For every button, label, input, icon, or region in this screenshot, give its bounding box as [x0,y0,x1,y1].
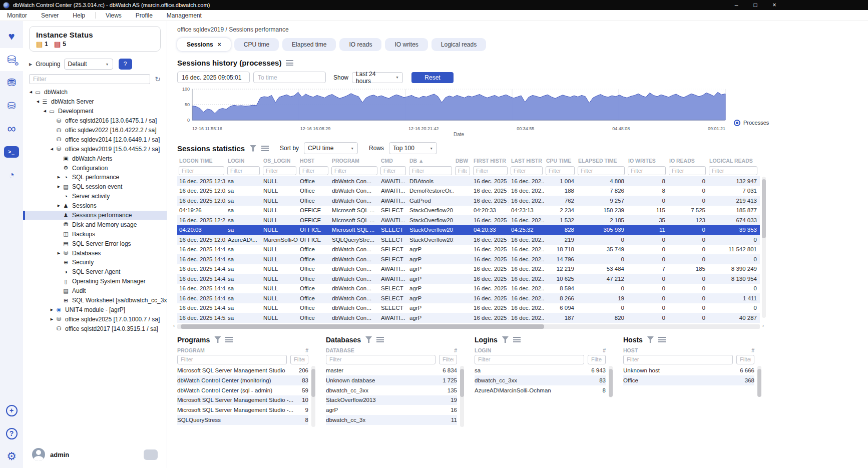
column-filter-input[interactable] [628,166,666,175]
panel-name-filter-input[interactable] [623,355,733,364]
tree-item-office-sqldev2025-17-0-1000-7-sa[interactable]: ▶⛁office sqldev2025 [17.0.1000.7 / sa] [23,314,167,324]
tree-item-office-sqldev2014-12-0-6449-1-sa[interactable]: ⛁office sqldev2014 [12.0.6449.1 / sa] [23,135,167,144]
panel-name-filter-input[interactable] [177,355,287,364]
column-header-elapsed-time[interactable]: ELAPSED TIME [576,157,626,165]
to-time-input[interactable] [253,72,326,83]
from-time-input[interactable] [177,72,250,83]
panel-name-filter-input[interactable] [475,355,584,364]
scroll-right-icon[interactable]: › [762,323,764,328]
panel-name-filter-input[interactable] [326,355,436,364]
tree-toggle-icon[interactable]: ◀ [28,90,34,94]
add-circle-icon[interactable]: + [0,399,23,422]
list-item[interactable]: dbwatch_cc_3xx135 [326,385,457,395]
panel-menu-icon[interactable] [513,337,521,342]
tab-elapsed-time[interactable]: Elapsed time [282,38,336,51]
panel-count-filter-input[interactable] [588,355,606,364]
tree-item-sessions[interactable]: ▶♟Sessions [23,201,167,211]
panel-count-filter-input[interactable] [439,355,457,364]
tree-item-audit[interactable]: ▤Audit [23,286,167,296]
menu-profile[interactable]: Profile [136,12,153,19]
list-item[interactable]: SQLQueryStress8 [177,415,308,425]
list-item[interactable]: master6 834 [326,366,457,376]
table-row[interactable]: 16 dec. 2025 14:5...saNULLOfficedbWatch … [177,313,760,323]
report-pie-icon[interactable]: ◔ [0,163,23,186]
tree-item-server-activity[interactable]: ◔Server activity [23,192,167,201]
refresh-icon[interactable]: ↻ [155,75,161,83]
column-filter-input[interactable] [409,166,452,175]
panel-count-filter-input[interactable] [290,355,308,364]
grouping-help-button[interactable]: ? [119,59,132,70]
tab-io-writes[interactable]: IO writes [385,38,427,51]
scroll-left-icon[interactable]: ‹ [173,323,175,328]
rows-select[interactable]: Top 100 ▼ [389,142,437,154]
statistics-menu-icon[interactable] [261,146,269,151]
tree-item-office-sqlstd2017-14-0-3515-1-sa[interactable]: ⛁office sqlstd2017 [14.0.3515.1 / sa] [23,324,167,333]
column-filter-input[interactable] [331,166,377,175]
column-header-first-histr[interactable]: FIRST HISTR [472,157,509,165]
column-header-db[interactable]: DB ▲ [407,157,454,165]
time-range-select[interactable]: Last 24 hours ▼ [352,72,403,83]
tree-item-office-sqldev2019-15-0-4455-2-sa[interactable]: ◀⛁office sqldev2019 [15.0.4455.2 / sa] [23,144,167,154]
panel-menu-icon[interactable] [376,337,384,342]
tree-toggle-icon[interactable]: ▶ [49,308,55,312]
panel-scrollbar[interactable] [311,366,315,427]
column-filter-input[interactable] [709,166,757,175]
panel-menu-icon[interactable] [225,337,233,342]
database-clock-icon[interactable]: ⛁ [0,94,23,117]
list-item[interactable]: Office368 [623,375,754,385]
panel-count-filter-input[interactable] [736,355,754,364]
tree-toggle-icon[interactable]: ◀ [35,100,41,104]
minimize-button[interactable]: – [727,2,746,9]
processes-radio[interactable] [734,120,740,126]
table-row[interactable]: 16 dec. 2025 14:4...saNULLOfficedbWatch … [177,264,760,274]
filter-funnel-icon[interactable] [214,336,221,343]
list-item[interactable]: Microsoft SQL Server Management Studio20… [177,366,308,376]
list-item[interactable]: AzureAD\MarcinSolli-Ochman8 [475,385,606,395]
tree-item-databases[interactable]: ▶⛁Databases [23,248,167,258]
chat-bubble-icon[interactable] [144,449,158,460]
filter-funnel-icon[interactable] [647,336,654,343]
sort-by-select[interactable]: CPU time ▼ [304,142,358,154]
column-filter-input[interactable] [455,166,470,175]
tree-item-offic-sqldev2022-16-0-4222-2-sa[interactable]: ⛁offic sqldev2022 [16.0.4222.2 / sa] [23,126,167,135]
menu-monitor[interactable]: Monitor [7,12,27,19]
tree-item-dbwatch-server[interactable]: ◀☰dbWatch Server [23,97,167,107]
table-row[interactable]: 16 dec. 2025 12:2...saNULLOFFICEMicrosof… [177,215,760,225]
horizontal-scroll-thumb[interactable] [181,324,544,329]
tab-sessions[interactable]: Sessions× [177,38,231,51]
close-button[interactable]: × [765,2,784,9]
tree-item-dbwatch[interactable]: ◀▭dbWatch [23,88,167,97]
column-filter-input[interactable] [380,166,406,175]
database-farm-icon[interactable]: ⛃ [0,71,23,94]
panel-scrollbar[interactable] [609,366,613,397]
list-item[interactable]: StackOverflow201319 [326,395,457,405]
list-item[interactable]: dbWatch Control Center (sql - admin)59 [177,385,308,395]
list-item[interactable]: dbWatch Control Center (monitoring)83 [177,375,308,385]
panel-menu-icon[interactable] [658,337,666,342]
column-filter-input[interactable] [179,166,224,175]
list-item[interactable]: sa6 943 [475,366,606,376]
list-item[interactable]: dbwatch_cc_3xx83 [475,375,606,385]
list-item[interactable]: Microsoft SQL Server Management Studio -… [177,405,308,415]
tree-item-operating-system-manager[interactable]: ▯Operating System Manager [23,277,167,286]
table-row[interactable]: 16 dec. 2025 14:4...saNULLOfficedbWatch … [177,303,760,313]
tree-toggle-icon[interactable]: ▶ [56,175,62,179]
tree-item-backups[interactable]: ◫Backups [23,229,167,239]
vertical-scrollbar[interactable] [762,177,766,318]
tree-item-offce-sqlstd2016-13-0-6475-1-sa[interactable]: ⛁offce sqlstd2016 [13.0.6475.1 / sa] [23,116,167,126]
reset-button[interactable]: Reset [411,72,454,83]
table-row[interactable]: 16 dec. 2025 12:0...saNULLOfficedbWatch … [177,196,760,206]
tree-toggle-icon[interactable]: ▶ [49,317,55,321]
column-header-program[interactable]: PROGRAM [330,157,379,165]
column-header-login[interactable]: LOGIN [226,157,261,165]
binoculars-icon[interactable]: ∞ [0,117,23,140]
table-row[interactable]: 16 dec. 2025 14:4...saNULLOfficedbWatch … [177,245,760,255]
column-header-io-writes[interactable]: IO WRITES [626,157,667,165]
tree-filter-input[interactable] [29,74,150,84]
history-menu-icon[interactable] [286,60,293,66]
filter-funnel-icon[interactable] [365,336,372,343]
column-filter-input[interactable] [473,166,508,175]
table-row[interactable]: 16 dec. 2025 12:0...saNULLOfficedbWatch … [177,186,760,196]
list-item[interactable]: Unknown database1 725 [326,375,457,385]
table-row[interactable]: 16 dec. 2025 12:3...saNULLOfficedbWatch … [177,176,760,186]
